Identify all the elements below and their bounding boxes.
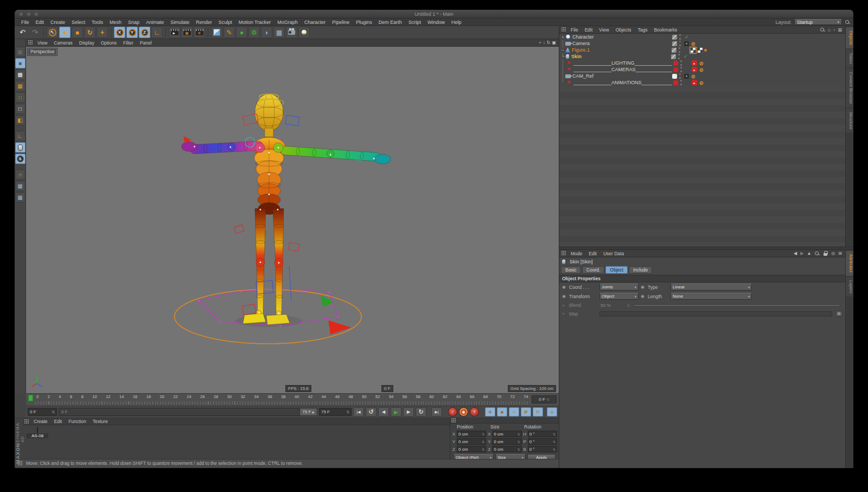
visibility-dots[interactable] (680, 60, 682, 66)
menu-item[interactable]: Help (448, 20, 465, 25)
tag-icon[interactable] (698, 60, 705, 66)
key-pla-toggle[interactable]: ∷ (533, 407, 543, 417)
menu-item[interactable]: Animate (143, 20, 167, 25)
polygons-mode-button[interactable]: ◧ (15, 115, 25, 125)
menu-item[interactable]: Select (68, 20, 88, 25)
material-item[interactable]: AS-08 (27, 427, 48, 459)
deformer-button[interactable]: ◗ (261, 27, 272, 38)
timeline-range-slider[interactable]: 0 F 75 F ▶ (59, 408, 317, 416)
spinner-icon[interactable]: ⇅ (547, 398, 550, 401)
keyframe-dot-icon[interactable]: ◉ (641, 294, 646, 299)
end-frame-spinner[interactable]: 75 F ⇅ (319, 408, 352, 416)
key-parameter-toggle[interactable]: P (521, 407, 531, 417)
timeline-scrubber[interactable] (28, 395, 33, 401)
state-icon[interactable] (684, 41, 689, 46)
visibility-dots[interactable] (678, 54, 680, 59)
object-row[interactable]: ______________ANIMATIONS______________ (559, 79, 845, 86)
panel-grip-icon[interactable] (24, 419, 29, 424)
environment-floor-button[interactable]: ▦ (273, 27, 285, 38)
keyframe-dot-icon[interactable]: ◉ (562, 285, 567, 289)
menu-item[interactable]: Window (424, 20, 448, 25)
viewport-solo-button[interactable] (15, 142, 25, 153)
material-menu-item[interactable]: Function (65, 419, 90, 424)
camera-button[interactable] (286, 27, 297, 38)
material-menu-item[interactable]: Create (30, 419, 51, 424)
size-field[interactable]: 0 cm⇅ (492, 446, 521, 452)
attribute-menu-item[interactable]: Edit (585, 251, 600, 256)
tag-icon[interactable] (704, 49, 707, 52)
edges-mode-button[interactable]: □ (15, 104, 25, 114)
layer-color-chip[interactable] (672, 41, 677, 46)
planar-workplane-button[interactable]: ▦ (15, 192, 25, 203)
layer-color-chip[interactable] (672, 35, 677, 40)
key-position-toggle[interactable]: + (485, 407, 495, 417)
side-tab[interactable]: Takes (846, 49, 853, 67)
spinner-icon[interactable]: ⇅ (346, 410, 349, 414)
search-icon[interactable] (845, 20, 850, 25)
dope-sheet-button[interactable]: ≡ (547, 407, 557, 417)
tag-icon[interactable] (697, 47, 703, 53)
key-rotation-toggle[interactable]: ○ (509, 407, 519, 417)
object-name[interactable]: Character (572, 34, 671, 40)
material-menu-item[interactable]: Edit (51, 419, 66, 424)
object-name[interactable]: Skin (571, 54, 670, 59)
viewport-menu-item[interactable]: Panel (137, 40, 155, 46)
search-icon[interactable] (814, 251, 820, 256)
rotation-field[interactable]: 0 °⇅ (528, 431, 557, 437)
tag-icon[interactable] (692, 80, 697, 85)
rotation-field[interactable]: 0 °⇅ (528, 446, 557, 452)
object-name[interactable]: ______________ANIMATIONS______________ (573, 80, 672, 85)
object-row[interactable]: Camera (559, 40, 845, 47)
menu-item[interactable]: Motion Tracker (235, 20, 275, 25)
spline-pen-button[interactable]: ✎ (224, 27, 235, 38)
last-tool-button[interactable]: + (97, 27, 108, 38)
workplane-mode-button[interactable]: ▦ (15, 81, 25, 91)
menu-item[interactable]: Render (193, 20, 215, 25)
new-panel-icon[interactable]: ⊞ (838, 251, 842, 256)
attribute-tab[interactable]: Coord. (582, 266, 605, 274)
tag-icon[interactable] (698, 80, 705, 86)
blend-value-field[interactable]: 50 %⇅ (599, 302, 631, 308)
material-preview-sphere[interactable] (37, 427, 38, 433)
object-row[interactable]: ______________LIGHTING______________ (559, 60, 845, 66)
tag-icon[interactable] (690, 73, 697, 79)
menu-item[interactable]: Snap (125, 20, 143, 25)
redo-button[interactable]: ↷ (29, 27, 41, 38)
attribute-tab[interactable]: Basic (561, 266, 581, 274)
tag-icon[interactable] (690, 41, 697, 47)
menu-item[interactable]: Create (47, 20, 68, 25)
expander-icon[interactable]: └ (560, 54, 565, 59)
position-field[interactable]: 0 cm⇅ (457, 438, 486, 445)
target-icon[interactable]: ◎ (831, 251, 835, 256)
next-frame-button[interactable]: ▶ (403, 407, 414, 417)
panel-grip-icon[interactable] (561, 251, 566, 256)
position-field[interactable]: 0 cm⇅ (457, 431, 486, 437)
keyframe-dot-icon[interactable]: ◉ (562, 294, 567, 299)
object-row[interactable]: − Figure.1 (559, 47, 845, 53)
pan-view-icon[interactable]: + (539, 40, 541, 45)
visibility-dots[interactable] (679, 41, 681, 46)
section-header[interactable]: Object Properties (559, 275, 845, 282)
map-options-button[interactable]: ⊞ (835, 311, 843, 317)
keyframe-selection-button[interactable]: ? (470, 407, 479, 417)
attribute-tab[interactable]: Object (605, 266, 628, 274)
range-end-handle[interactable]: 75 F ▶ (299, 408, 317, 415)
coordinate-system-button[interactable]: ∟ (151, 27, 163, 38)
dolly-view-icon[interactable]: ↓ (543, 40, 545, 45)
layer-color-chip[interactable] (673, 80, 678, 85)
attribute-tab[interactable]: Include (629, 266, 652, 274)
render-to-picture-viewer-button[interactable] (181, 27, 193, 38)
object-name[interactable]: Camera (572, 41, 671, 46)
lock-icon[interactable] (823, 251, 828, 256)
menu-item[interactable]: Tools (88, 20, 106, 25)
lock-z-axis-button[interactable]: Z (139, 27, 150, 38)
layer-color-chip[interactable] (673, 61, 678, 66)
menu-item[interactable]: MoGraph (274, 20, 301, 25)
attribute-menu-item[interactable]: Mode (567, 251, 585, 256)
attribute-menu-item[interactable]: User Data (600, 251, 627, 256)
material-menu-item[interactable]: Texture (90, 419, 111, 424)
menu-item[interactable]: Script (405, 20, 424, 25)
current-frame-box[interactable]: 0 F ⇅ (532, 395, 557, 403)
history-back-icon[interactable]: ◀ (794, 251, 797, 256)
object-name[interactable]: CAM_Ref (572, 73, 671, 79)
